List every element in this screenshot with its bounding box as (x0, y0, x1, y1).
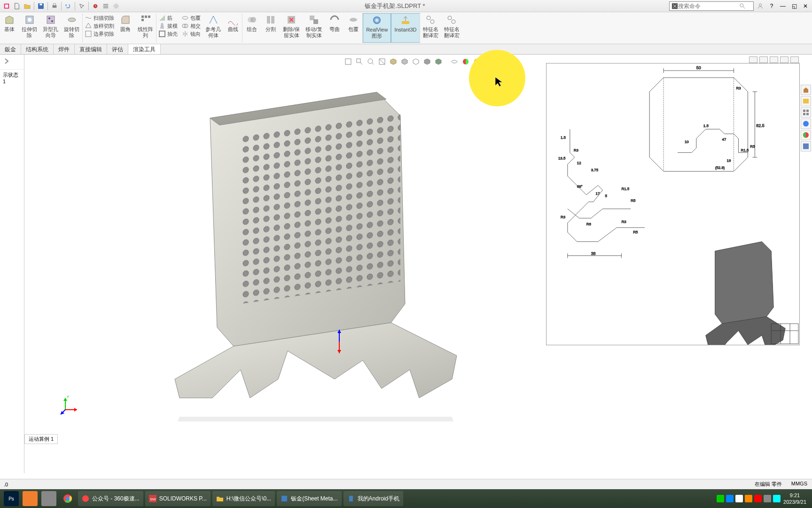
ribbon-loft-cut[interactable]: 放样切割 (85, 22, 114, 30)
ribbon-move-copy[interactable]: 移动/复 制实体 (303, 13, 325, 43)
ribbon-boundary-cut[interactable]: 边界切除 (85, 30, 114, 38)
vp-close-icon[interactable] (790, 56, 799, 63)
taskbar-app-sheetmetal[interactable]: 钣金(Sheet Meta... (277, 491, 341, 506)
ribbon-sweep-cut[interactable]: 扫描切除 (85, 14, 114, 22)
ribbon-extrude-cut[interactable]: 拉伸切 除 (19, 13, 40, 43)
print-icon[interactable] (50, 1, 59, 11)
section-view-icon[interactable] (377, 56, 387, 67)
view-settings-icon[interactable] (483, 56, 493, 67)
ribbon-translate2[interactable]: 特征名 翻译宏 (441, 13, 462, 43)
ribbon-instant3d[interactable]: Instant3D (391, 13, 420, 43)
apply-scene-icon[interactable] (433, 56, 444, 67)
tray-icon[interactable] (754, 495, 762, 502)
tab-sheetmetal[interactable]: 鈑金 (0, 44, 21, 54)
taskbar-app1-icon[interactable] (23, 491, 38, 506)
options-icon[interactable] (101, 1, 110, 11)
tab-direct-edit[interactable]: 直接编辑 (75, 44, 107, 54)
taskbar-app-android[interactable]: 我的Android手机 (344, 491, 403, 506)
help-icon[interactable]: ? (767, 1, 776, 11)
display-style-icon[interactable] (399, 56, 410, 67)
ribbon-realview[interactable]: RealView 图形 (363, 13, 391, 43)
zoom-fit-icon[interactable] (343, 56, 353, 67)
search-box[interactable] (669, 1, 754, 11)
logo-icon[interactable] (2, 1, 11, 11)
ribbon-ref-geom[interactable]: 参考几 何体 (203, 13, 224, 43)
tab-structure[interactable]: 结构系统 (21, 44, 54, 54)
tab-evaluate[interactable]: 评估 (107, 44, 128, 54)
triad-icon[interactable]: Y (58, 393, 82, 417)
tray-icon[interactable] (773, 495, 781, 502)
chevron-right-icon[interactable] (3, 57, 10, 65)
custom-props-icon[interactable] (801, 141, 811, 151)
hide-all-icon[interactable] (449, 56, 460, 67)
ribbon-base[interactable]: 基体 (0, 13, 19, 43)
close-icon[interactable]: ✕ (801, 1, 810, 11)
graphics-viewport[interactable]: SolidWorks研习社 (24, 55, 812, 473)
ribbon-revolve-cut[interactable]: 旋转切 除 (61, 13, 83, 43)
tray-icon[interactable] (745, 495, 752, 502)
tab-weldment[interactable]: 焊件 (54, 44, 75, 54)
search-input[interactable] (678, 3, 739, 9)
appearances-icon[interactable] (801, 130, 811, 140)
restore-icon[interactable]: ◱ (789, 1, 799, 11)
ribbon-hole-wizard[interactable]: 异型孔 向导 (40, 13, 61, 43)
tray-icon[interactable] (735, 495, 743, 502)
motion-tab[interactable]: 运动算例 1 (24, 434, 58, 444)
ribbon-curves[interactable]: 曲线 (224, 13, 242, 43)
design-library-icon[interactable] (801, 96, 811, 106)
ribbon-wrap[interactable]: 包覆 (181, 14, 201, 22)
vp-maximize-icon[interactable] (780, 56, 789, 63)
ribbon-intersect[interactable]: 相交 (181, 22, 201, 30)
zoom-area-icon[interactable] (354, 56, 365, 67)
vp-minimize-icon[interactable] (770, 56, 778, 63)
select-icon[interactable] (77, 1, 86, 11)
ribbon-translate1[interactable]: 特征名 翻译宏 (420, 13, 441, 43)
ribbon-shell[interactable]: 抽壳 (158, 30, 178, 38)
rebuild-icon[interactable] (91, 1, 100, 11)
resources-icon[interactable] (801, 85, 811, 95)
minimize-icon[interactable]: — (778, 1, 788, 11)
ribbon-mirror[interactable]: 镜向 (181, 30, 201, 38)
ribbon-flex[interactable]: 弯曲 (325, 13, 344, 43)
taskbar-app-folder[interactable]: H:\微信公众号\0... (212, 491, 275, 506)
taskbar-app2-icon[interactable] (41, 491, 56, 506)
new-icon[interactable] (12, 1, 22, 11)
tray-icon[interactable] (764, 495, 771, 502)
tab-render[interactable]: 渲染工具 (128, 44, 161, 54)
file-explorer-icon[interactable] (801, 107, 811, 118)
display-state[interactable]: 示状态 1 (0, 70, 24, 86)
appearance-icon[interactable] (461, 56, 471, 67)
feature-tree-panel[interactable]: 示状态 1 (0, 55, 24, 473)
status-units[interactable]: MMGS (791, 481, 807, 488)
ribbon-fillet[interactable]: 圆角 (116, 13, 135, 43)
vp-split-icon[interactable] (759, 56, 768, 63)
taskbar-app-solidworks[interactable]: SWSOLIDWORKS P... (145, 491, 211, 506)
ribbon-wrap2[interactable]: 包覆 (344, 13, 363, 43)
ribbon-rib[interactable]: 筋 (158, 14, 178, 22)
user-icon[interactable] (756, 1, 765, 11)
previous-view-icon[interactable] (366, 56, 376, 67)
clock[interactable]: 9:21 2023/9/21 (783, 492, 806, 505)
magnify-icon[interactable] (739, 3, 746, 9)
taskbar-app-browser[interactable]: 公众号 - 360极速... (78, 491, 143, 506)
taskbar-chrome-icon[interactable] (60, 491, 75, 506)
ribbon-draft[interactable]: 拔模 (158, 22, 178, 30)
edit-appearance-icon[interactable] (422, 56, 432, 67)
taskbar-photoshop-icon[interactable]: Ps (4, 491, 19, 506)
ribbon-delete-body[interactable]: 删除/保 留实体 (280, 13, 303, 43)
save-icon[interactable] (36, 1, 46, 11)
vp-link-icon[interactable] (749, 56, 757, 63)
view-orientation-icon[interactable] (388, 56, 398, 67)
view-palette-icon[interactable] (801, 119, 811, 129)
ribbon-split[interactable]: 分割 (261, 13, 280, 43)
undo-icon[interactable] (63, 1, 73, 11)
hide-show-icon[interactable] (411, 56, 421, 67)
tray-icon[interactable] (717, 495, 724, 502)
system-tray[interactable]: 9:21 2023/9/21 (717, 492, 810, 505)
open-icon[interactable] (23, 1, 32, 11)
tray-icon[interactable] (726, 495, 734, 502)
settings-icon[interactable] (111, 1, 121, 11)
scene-icon[interactable] (472, 56, 482, 67)
ribbon-combine[interactable]: 组合 (242, 13, 261, 43)
ribbon-linear-pattern[interactable]: 线性阵 列 (135, 13, 156, 43)
